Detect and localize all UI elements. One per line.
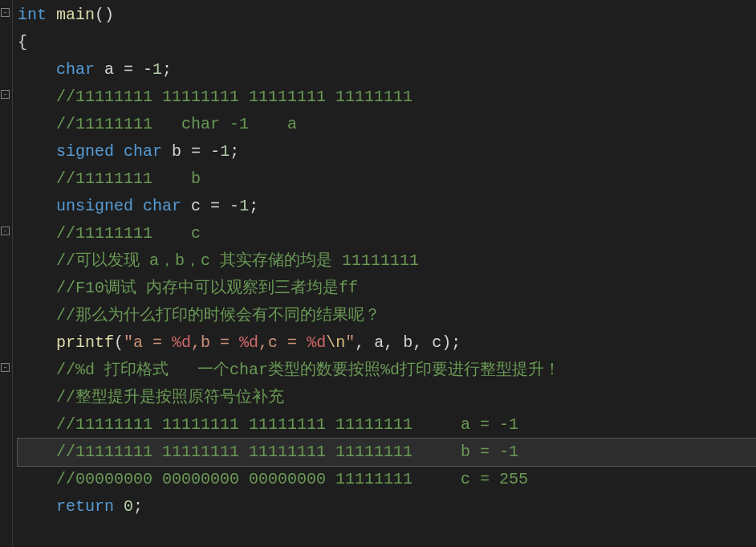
token-paren: ( — [114, 333, 124, 352]
token-comment: //11111111 11111111 11111111 11111111 b … — [56, 443, 518, 461]
token-str: ,c = — [258, 333, 307, 352]
token-punct: ; — [133, 497, 143, 516]
token-comment: //00000000 00000000 00000000 11111111 c … — [56, 470, 528, 488]
token-comment: //可以发现 a，b，c 其实存储的均是 11111111 — [56, 251, 419, 270]
code-line[interactable]: unsigned char c = -1; — [18, 193, 756, 220]
token-paren: () — [95, 6, 114, 24]
code-line[interactable]: //那么为什么打印的时候会有不同的结果呢？ — [18, 302, 756, 329]
token-str: " — [345, 333, 355, 352]
token-punct — [114, 497, 124, 516]
code-line[interactable]: char a = -1; — [18, 56, 756, 84]
token-punct: = — [181, 142, 210, 161]
fold-toggle-icon[interactable]: - — [1, 8, 10, 17]
token-punct: ; — [451, 333, 461, 352]
token-punct: ; — [249, 197, 258, 215]
code-line[interactable]: //11111111 11111111 11111111 11111111 a … — [18, 411, 756, 439]
token-kw: return — [56, 497, 114, 516]
token-ident-w: c — [191, 197, 201, 215]
token-ident-w: b — [403, 333, 413, 352]
token-type: signed — [56, 142, 114, 161]
token-num: 0 — [124, 497, 133, 516]
token-punct: = — [201, 197, 230, 215]
token-comment: //%d 打印格式 一个char类型的数要按照%d打印要进行整型提升！ — [56, 361, 560, 379]
token-fmt: %d — [172, 333, 191, 352]
code-line[interactable]: //可以发现 a，b，c 其实存储的均是 11111111 — [18, 247, 756, 275]
token-ident-w: a — [104, 60, 114, 79]
token-comment: //F10调试 内存中可以观察到三者均是ff — [56, 279, 358, 297]
token-type: char — [56, 60, 95, 79]
token-str: ,b = — [191, 333, 239, 352]
token-punct: , — [355, 333, 374, 352]
code-line[interactable]: return 0; — [18, 493, 756, 520]
token-punct: - — [210, 142, 220, 161]
code-editor[interactable]: int main(){ char a = -1; //11111111 1111… — [13, 0, 756, 547]
token-punct: { — [18, 33, 27, 51]
token-punct: = — [114, 60, 143, 79]
token-punct: , — [413, 333, 432, 352]
token-punct: - — [143, 60, 152, 79]
token-comment: //11111111 char -1 a — [56, 115, 297, 133]
token-type: char — [143, 197, 181, 215]
token-type: char — [124, 142, 162, 161]
fold-gutter: ---- — [0, 0, 13, 547]
code-line[interactable]: int main() — [18, 2, 756, 29]
code-line[interactable]: //11111111 11111111 11111111 11111111 — [18, 84, 756, 111]
code-line[interactable]: signed char b = -1; — [18, 138, 756, 165]
code-line[interactable]: //00000000 00000000 00000000 11111111 c … — [18, 466, 756, 493]
token-num: 1 — [220, 142, 230, 161]
token-num: 1 — [152, 60, 162, 79]
token-func: printf — [56, 333, 114, 352]
fold-toggle-icon[interactable]: - — [1, 227, 10, 235]
fold-toggle-icon[interactable]: - — [1, 363, 10, 372]
token-ident-w: c — [432, 333, 441, 352]
token-comment: //11111111 11111111 11111111 11111111 — [56, 88, 413, 106]
token-punct — [114, 142, 124, 161]
token-ident-w: b — [172, 142, 181, 161]
token-esc: \n — [326, 333, 345, 352]
token-str: "a = — [124, 333, 172, 352]
token-ident-w: a — [374, 333, 384, 352]
token-comment: //那么为什么打印的时候会有不同的结果呢？ — [56, 306, 380, 325]
token-fmt: %d — [239, 333, 258, 352]
token-comment: //11111111 11111111 11111111 11111111 a … — [56, 415, 518, 434]
code-line[interactable]: //整型提升是按照原符号位补充 — [18, 384, 756, 411]
token-punct — [162, 142, 172, 161]
token-comment: //整型提升是按照原符号位补充 — [56, 388, 284, 406]
token-punct — [181, 197, 191, 215]
token-func: main — [56, 6, 95, 24]
fold-toggle-icon[interactable]: - — [1, 90, 10, 99]
code-line[interactable]: //11111111 11111111 11111111 11111111 b … — [18, 439, 756, 466]
token-punct — [95, 60, 104, 79]
token-comment: //11111111 c — [56, 224, 201, 243]
code-line[interactable]: printf("a = %d,b = %d,c = %d\n", a, b, c… — [18, 329, 756, 357]
token-fmt: %d — [307, 333, 326, 352]
token-type: unsigned — [56, 197, 133, 215]
token-comment: //11111111 b — [56, 169, 201, 188]
token-punct: , — [384, 333, 403, 352]
code-line[interactable]: //F10调试 内存中可以观察到三者均是ff — [18, 275, 756, 302]
code-line[interactable]: { — [18, 29, 756, 56]
token-punct: ; — [230, 142, 239, 161]
token-paren: ) — [441, 333, 451, 352]
token-punct — [47, 6, 56, 24]
token-type: int — [18, 6, 47, 24]
token-punct — [133, 197, 143, 215]
code-line[interactable]: //%d 打印格式 一个char类型的数要按照%d打印要进行整型提升！ — [18, 357, 756, 384]
code-line[interactable]: //11111111 c — [18, 220, 756, 247]
code-line[interactable]: //11111111 char -1 a — [18, 111, 756, 138]
token-num: 1 — [239, 197, 249, 215]
token-punct: ; — [162, 60, 172, 79]
token-punct: - — [230, 197, 239, 215]
code-line[interactable]: //11111111 b — [18, 165, 756, 193]
